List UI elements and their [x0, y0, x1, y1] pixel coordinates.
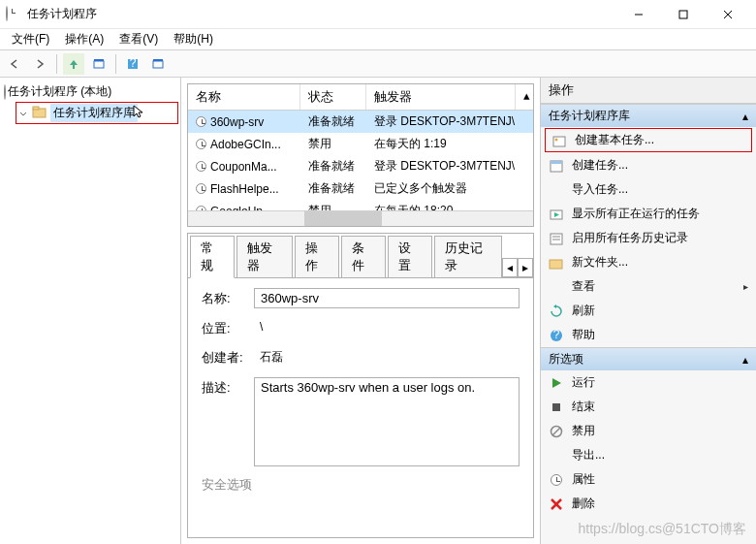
separator	[115, 54, 116, 74]
cell-status: 禁用	[300, 202, 366, 210]
menu-help[interactable]: 帮助(H)	[166, 29, 221, 49]
table-row[interactable]: 360wp-srv准备就绪登录 DESKTOP-3M7TENJ\	[188, 111, 533, 133]
svg-rect-5	[94, 59, 104, 61]
col-trigger[interactable]: 触发器	[366, 84, 516, 110]
tree-pane: 任务计划程序 (本地) 任务计划程序库	[0, 78, 181, 544]
action-refresh[interactable]: 刷新	[541, 299, 756, 323]
action-delete[interactable]: 删除	[541, 492, 756, 516]
expand-icon[interactable]	[17, 108, 29, 119]
label-description: 描述:	[202, 377, 254, 397]
stop-icon	[549, 400, 564, 415]
col-name[interactable]: 名称	[188, 84, 300, 110]
tree-node-library-label: 任务计划程序库	[50, 104, 138, 122]
clock-icon	[196, 183, 206, 194]
tab-history[interactable]: 历史记录	[434, 236, 502, 277]
clock-icon	[196, 161, 206, 172]
help-icon: ?	[549, 328, 564, 343]
forward-button[interactable]	[29, 53, 50, 75]
svg-point-13	[555, 138, 558, 141]
menu-action[interactable]: 操作(A)	[57, 29, 111, 49]
tab-triggers[interactable]: 触发器	[236, 236, 293, 277]
svg-rect-11	[33, 107, 39, 110]
action-help[interactable]: ?帮助	[541, 323, 756, 347]
menu-bar: 文件(F) 操作(A) 查看(V) 帮助(H)	[0, 29, 756, 50]
tab-prev-icon[interactable]: ◂	[502, 258, 518, 277]
cell-name: FlashHelpe...	[210, 182, 279, 196]
cell-status: 禁用	[300, 135, 366, 153]
section-library[interactable]: 任务计划程序库▴	[541, 104, 756, 127]
field-description[interactable]: Starts 360wp-srv when a user logs on.	[254, 377, 520, 466]
tab-actions[interactable]: 操作	[295, 236, 339, 277]
cell-name: 360wp-srv	[210, 115, 264, 129]
action-import[interactable]: 导入任务...	[541, 177, 756, 202]
scrollbar-horizontal[interactable]	[188, 210, 533, 226]
menu-view[interactable]: 查看(V)	[111, 29, 166, 49]
tab-general[interactable]: 常规	[190, 236, 235, 278]
svg-rect-9	[153, 59, 163, 61]
table-row[interactable]: FlashHelpe...准备就绪已定义多个触发器	[188, 177, 533, 200]
scroll-up-icon[interactable]: ▴	[516, 84, 533, 110]
field-creator: 石磊	[254, 347, 289, 368]
action-create-basic[interactable]: 创建基本任务...	[545, 128, 752, 152]
panel-button[interactable]	[88, 53, 110, 75]
refresh-icon	[549, 304, 564, 319]
cell-trigger: 登录 DESKTOP-3M7TENJ\	[366, 157, 533, 176]
task-icon	[549, 158, 564, 174]
action-properties[interactable]: 属性	[541, 467, 756, 492]
table-row[interactable]: CouponMa...准备就绪登录 DESKTOP-3M7TENJ\	[188, 155, 533, 177]
tab-next-icon[interactable]: ▸	[518, 258, 533, 277]
cell-status: 准备就绪	[300, 157, 366, 176]
disable-icon	[549, 424, 564, 439]
cell-name: AdobeGCIn...	[210, 138, 281, 151]
tree-node-library[interactable]: 任务计划程序库	[16, 102, 178, 124]
import-icon	[549, 182, 564, 198]
collapse-icon[interactable]: ▴	[742, 353, 748, 367]
separator	[56, 54, 57, 74]
cursor-icon	[132, 104, 143, 122]
tree-root[interactable]: 任务计划程序 (本地)	[2, 81, 178, 102]
tab-settings[interactable]: 设置	[388, 236, 432, 277]
table-row[interactable]: GoogleUp...禁用在每天的 18:20	[188, 200, 533, 210]
up-button[interactable]	[63, 53, 84, 75]
svg-text:?: ?	[130, 57, 137, 70]
help-button[interactable]: ?	[122, 53, 143, 75]
action-view[interactable]: 查看▸	[541, 274, 756, 299]
tree-root-label: 任务计划程序 (本地)	[8, 83, 111, 100]
col-status[interactable]: 状态	[300, 84, 366, 110]
label-creator: 创建者:	[202, 347, 254, 367]
action-end[interactable]: 结束	[541, 395, 756, 419]
action-create-task[interactable]: 创建任务...	[541, 153, 756, 177]
action-new-folder[interactable]: 新文件夹...	[541, 250, 756, 274]
toolbar: ?	[0, 50, 756, 78]
section-selected[interactable]: 所选项▴	[541, 347, 756, 370]
history-icon	[549, 231, 564, 246]
svg-rect-1	[679, 11, 687, 18]
chevron-right-icon: ▸	[743, 281, 748, 292]
clock-icon	[196, 116, 206, 127]
action-run[interactable]: 运行	[541, 370, 756, 395]
field-location: \	[254, 318, 268, 336]
app-icon	[6, 7, 21, 22]
folder-icon	[32, 105, 47, 121]
maximize-button[interactable]	[661, 0, 706, 29]
action-disable[interactable]: 禁用	[541, 419, 756, 443]
svg-rect-23	[552, 403, 560, 411]
table-row[interactable]: AdobeGCIn...禁用在每天的 1:19	[188, 133, 533, 155]
minimize-button[interactable]	[616, 0, 661, 29]
cell-name: CouponMa...	[210, 160, 277, 174]
collapse-icon[interactable]: ▴	[742, 110, 748, 123]
back-button[interactable]	[4, 53, 25, 75]
clock-icon	[4, 85, 6, 99]
task-list[interactable]: 名称 状态 触发器 ▴ 360wp-srv准备就绪登录 DESKTOP-3M7T…	[187, 83, 534, 227]
action-export[interactable]: 导出...	[541, 443, 756, 467]
menu-file[interactable]: 文件(F)	[4, 29, 57, 49]
tab-conditions[interactable]: 条件	[341, 236, 386, 277]
folder-icon	[549, 255, 564, 271]
action-enable-history[interactable]: 启用所有任务历史记录	[541, 226, 756, 250]
field-name[interactable]: 360wp-srv	[254, 288, 520, 308]
panel2-button[interactable]	[147, 53, 169, 75]
detail-panel: 常规 触发器 操作 条件 设置 历史记录 ◂▸ 名称:360wp-srv 位置:…	[187, 233, 534, 538]
close-button[interactable]	[706, 0, 750, 29]
action-show-running[interactable]: 显示所有正在运行的任务	[541, 202, 756, 226]
delete-icon	[549, 496, 564, 512]
